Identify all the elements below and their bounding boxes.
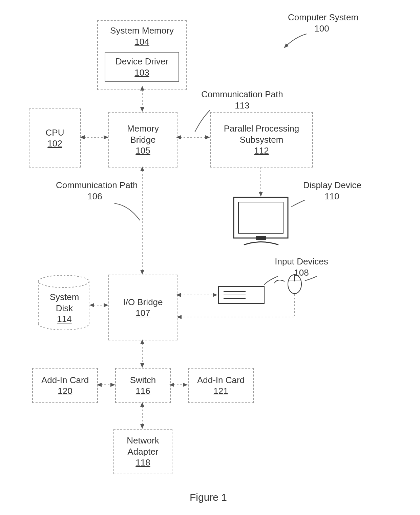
label-input-devices: Input Devices 108 (268, 256, 335, 278)
leader-title (285, 34, 307, 47)
keyboard-icon (218, 286, 264, 303)
addin-right-num: 121 (213, 385, 228, 397)
switch-name: Switch (130, 375, 156, 386)
leader-cp113 (195, 110, 210, 132)
system-memory-num: 104 (134, 36, 149, 47)
pps-num: 112 (254, 145, 269, 156)
addin-left-name: Add-In Card (41, 375, 89, 386)
cp106-name: Communication Path (56, 180, 138, 190)
svg-point-3 (38, 275, 89, 288)
title-label: Computer System 100 (288, 12, 356, 34)
leader-cp106 (114, 203, 140, 220)
cp106-num: 106 (87, 191, 102, 201)
figure-caption: Figure 1 (190, 492, 227, 503)
svg-rect-4 (218, 286, 264, 303)
display-num: 110 (324, 191, 339, 201)
svg-rect-1 (238, 202, 283, 233)
diagram-canvas: Computer System 100 System Memory 104 De… (0, 0, 420, 515)
cpu-num: 102 (47, 138, 62, 149)
system-memory-name: System Memory (110, 25, 174, 36)
cp113-num: 113 (235, 100, 249, 111)
pps-name: Parallel Processing Subsystem (217, 123, 306, 145)
io-bridge-name: I/O Bridge (123, 297, 163, 308)
addin-right-name: Add-In Card (197, 375, 245, 386)
block-system-disk: System Disk 114 (41, 292, 88, 325)
device-driver-num: 103 (134, 67, 149, 78)
block-addin-left: Add-In Card 120 (32, 368, 98, 403)
input-num: 108 (294, 268, 309, 278)
display-icon (234, 197, 288, 245)
svg-rect-0 (234, 197, 288, 238)
display-name: Display Device (303, 180, 361, 190)
block-switch: Switch 116 (115, 368, 171, 403)
memory-bridge-num: 105 (135, 145, 150, 156)
cp113-name: Communication Path (201, 89, 283, 99)
conn-mouse-io (177, 294, 295, 317)
network-num: 118 (135, 457, 150, 468)
block-cpu: CPU 102 (29, 108, 81, 167)
title-name: Computer System (288, 12, 358, 22)
addin-left-num: 120 (58, 385, 72, 397)
block-pps: Parallel Processing Subsystem 112 (210, 112, 313, 167)
connectors-overlay (0, 0, 420, 515)
input-name: Input Devices (275, 256, 328, 266)
memory-bridge-name: Memory Bridge (119, 123, 167, 145)
block-addin-right: Add-In Card 121 (188, 368, 254, 403)
network-name: Network Adapter (119, 435, 167, 457)
io-bridge-num: 107 (135, 308, 150, 319)
block-memory-bridge: Memory Bridge 105 (108, 112, 177, 167)
block-device-driver: Device Driver 103 (105, 52, 179, 82)
system-disk-num: 114 (57, 314, 71, 324)
device-driver-name: Device Driver (115, 56, 168, 67)
leader-display (291, 200, 305, 207)
label-comm-path-106: Communication Path 106 (56, 180, 134, 202)
cpu-name: CPU (46, 127, 64, 138)
block-network: Network Adapter 118 (113, 429, 172, 474)
label-comm-path-113: Communication Path 113 (191, 89, 293, 111)
system-disk-name: System Disk (41, 292, 88, 314)
block-io-bridge: I/O Bridge 107 (108, 275, 177, 340)
title-num: 100 (314, 23, 329, 34)
label-display: Display Device 110 (303, 180, 361, 202)
switch-num: 116 (135, 385, 150, 397)
block-system-memory: System Memory 104 Device Driver 103 (97, 20, 187, 90)
